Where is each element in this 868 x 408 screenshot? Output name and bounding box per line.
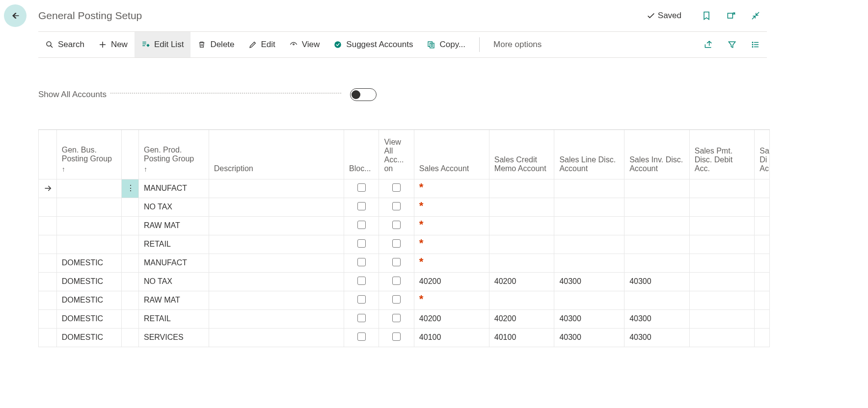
cell-view-all-acc[interactable] xyxy=(379,179,414,198)
table-row[interactable]: DOMESTICSERVICES40100401004030040300 xyxy=(39,328,770,347)
cell-sales-credit-memo[interactable] xyxy=(489,254,554,272)
col-overflow[interactable]: Sa Di Ac xyxy=(755,130,770,179)
cell-sales-line-disc[interactable] xyxy=(554,179,624,198)
cell-gen-prod-posting-group[interactable]: NO TAX xyxy=(138,198,209,216)
cell-description[interactable] xyxy=(209,235,344,254)
edit-button[interactable]: Edit xyxy=(242,32,282,57)
cell-overflow[interactable] xyxy=(755,235,770,254)
show-all-accounts-toggle[interactable] xyxy=(350,88,377,101)
cell-overflow[interactable] xyxy=(755,254,770,272)
collapse-button[interactable] xyxy=(750,10,761,21)
row-menu-button[interactable] xyxy=(122,198,139,216)
cell-gen-bus-posting-group[interactable] xyxy=(56,216,122,235)
cell-sales-inv-disc[interactable] xyxy=(624,254,690,272)
cell-overflow[interactable] xyxy=(755,179,770,198)
cell-gen-bus-posting-group[interactable]: DOMESTIC xyxy=(56,254,122,272)
cell-sales-line-disc[interactable] xyxy=(554,254,624,272)
table-row[interactable]: NO TAX* xyxy=(39,198,770,216)
cell-description[interactable] xyxy=(209,309,344,328)
more-options-button[interactable]: More options xyxy=(487,40,548,50)
row-menu-button[interactable] xyxy=(122,254,139,272)
col-gen-bus-posting-group[interactable]: Gen. Bus. Posting Group ↑ xyxy=(56,130,122,179)
cell-sales-pmt-disc[interactable] xyxy=(689,235,755,254)
cell-overflow[interactable] xyxy=(755,291,770,309)
col-view-all-acc[interactable]: View All Acc... on xyxy=(379,130,414,179)
cell-sales-line-disc[interactable]: 40300 xyxy=(554,328,624,347)
cell-blocked[interactable] xyxy=(344,328,379,347)
cell-sales-inv-disc[interactable] xyxy=(624,291,690,309)
cell-blocked[interactable] xyxy=(344,216,379,235)
cell-gen-bus-posting-group[interactable]: DOMESTIC xyxy=(56,328,122,347)
cell-sales-pmt-disc[interactable] xyxy=(689,309,755,328)
cell-sales-credit-memo[interactable] xyxy=(489,216,554,235)
row-selector-cell[interactable] xyxy=(39,254,57,272)
table-row[interactable]: RETAIL* xyxy=(39,235,770,254)
cell-sales-credit-memo[interactable] xyxy=(489,198,554,216)
view-button[interactable]: View xyxy=(282,32,327,57)
cell-description[interactable] xyxy=(209,254,344,272)
cell-sales-line-disc[interactable] xyxy=(554,235,624,254)
cell-gen-bus-posting-group[interactable] xyxy=(56,235,122,254)
col-sales-pmt-disc[interactable]: Sales Pmt. Disc. Debit Acc. xyxy=(689,130,755,179)
cell-blocked[interactable] xyxy=(344,309,379,328)
cell-view-all-acc[interactable] xyxy=(379,272,414,291)
cell-gen-prod-posting-group[interactable]: RAW MAT xyxy=(138,291,209,309)
cell-blocked[interactable] xyxy=(344,254,379,272)
cell-sales-pmt-disc[interactable] xyxy=(689,198,755,216)
row-menu-button[interactable] xyxy=(122,272,139,291)
table-row[interactable]: DOMESTICRETAIL40200402004030040300 xyxy=(39,309,770,328)
list-settings-button[interactable] xyxy=(750,39,761,50)
col-sales-line-disc[interactable]: Sales Line Disc. Account xyxy=(554,130,624,179)
cell-sales-inv-disc[interactable] xyxy=(624,235,690,254)
cell-blocked[interactable] xyxy=(344,179,379,198)
copy-button[interactable]: Copy... xyxy=(420,32,472,57)
col-sales-credit-memo[interactable]: Sales Credit Memo Account xyxy=(489,130,554,179)
table-row[interactable]: DOMESTICRAW MAT* xyxy=(39,291,770,309)
cell-sales-pmt-disc[interactable] xyxy=(689,179,755,198)
cell-description[interactable] xyxy=(209,328,344,347)
row-menu-button[interactable] xyxy=(122,216,139,235)
row-selector-cell[interactable] xyxy=(39,291,57,309)
cell-sales-pmt-disc[interactable] xyxy=(689,254,755,272)
search-button[interactable]: Search xyxy=(38,32,91,57)
cell-view-all-acc[interactable] xyxy=(379,254,414,272)
cell-gen-bus-posting-group[interactable]: DOMESTIC xyxy=(56,291,122,309)
row-selector-cell[interactable] xyxy=(39,235,57,254)
cell-gen-prod-posting-group[interactable]: RAW MAT xyxy=(138,216,209,235)
cell-sales-line-disc[interactable] xyxy=(554,216,624,235)
cell-sales-account[interactable]: 40200 xyxy=(414,309,489,328)
cell-gen-bus-posting-group[interactable] xyxy=(56,179,122,198)
cell-gen-prod-posting-group[interactable]: RETAIL xyxy=(138,309,209,328)
cell-sales-line-disc[interactable]: 40300 xyxy=(554,309,624,328)
cell-description[interactable] xyxy=(209,216,344,235)
cell-sales-account[interactable]: * xyxy=(414,291,489,309)
bookmark-button[interactable] xyxy=(701,10,712,21)
row-menu-button[interactable] xyxy=(122,309,139,328)
share-button[interactable] xyxy=(703,39,714,50)
col-blocked[interactable]: Bloc... xyxy=(344,130,379,179)
cell-overflow[interactable] xyxy=(755,198,770,216)
cell-gen-bus-posting-group[interactable]: DOMESTIC xyxy=(56,272,122,291)
table-row[interactable]: ⋮MANUFACT* xyxy=(39,179,770,198)
cell-sales-account[interactable]: 40200 xyxy=(414,272,489,291)
cell-gen-prod-posting-group[interactable]: SERVICES xyxy=(138,328,209,347)
cell-view-all-acc[interactable] xyxy=(379,309,414,328)
cell-sales-line-disc[interactable] xyxy=(554,198,624,216)
row-selector-cell[interactable] xyxy=(39,309,57,328)
col-description[interactable]: Description xyxy=(209,130,344,179)
cell-sales-inv-disc[interactable] xyxy=(624,198,690,216)
cell-sales-line-disc[interactable]: 40300 xyxy=(554,272,624,291)
cell-overflow[interactable] xyxy=(755,328,770,347)
cell-sales-line-disc[interactable] xyxy=(554,291,624,309)
cell-sales-account[interactable]: 40100 xyxy=(414,328,489,347)
cell-gen-bus-posting-group[interactable] xyxy=(56,198,122,216)
delete-button[interactable]: Delete xyxy=(190,32,241,57)
table-row[interactable]: DOMESTICMANUFACT* xyxy=(39,254,770,272)
cell-sales-credit-memo[interactable] xyxy=(489,291,554,309)
cell-gen-prod-posting-group[interactable]: RETAIL xyxy=(138,235,209,254)
cell-sales-inv-disc[interactable] xyxy=(624,216,690,235)
new-button[interactable]: New xyxy=(91,32,135,57)
cell-sales-pmt-disc[interactable] xyxy=(689,216,755,235)
row-selector-cell[interactable] xyxy=(39,198,57,216)
cell-description[interactable] xyxy=(209,291,344,309)
